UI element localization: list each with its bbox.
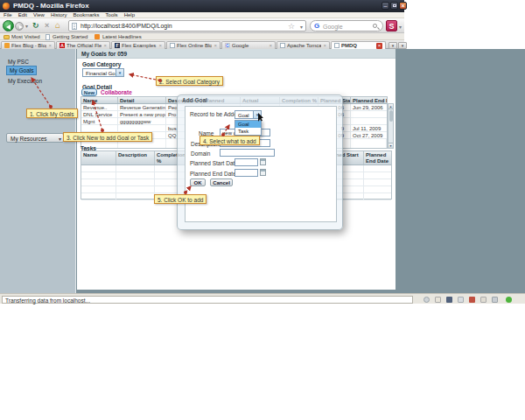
page-header: My Goals for 059 <box>77 49 396 59</box>
scribefire-extension-icon[interactable]: S <box>386 20 397 32</box>
navigation-toolbar: ▾ ↻ × ⌂ http://localhost:8400/PMDQ/Login… <box>0 18 404 33</box>
tab-close-icon[interactable]: × <box>48 43 52 48</box>
close-button[interactable]: × <box>399 2 407 10</box>
tab-google[interactable]: G Google × <box>221 41 276 49</box>
forward-button[interactable] <box>15 22 24 31</box>
tab-flex-examples[interactable]: F Flex Examples × <box>111 41 165 49</box>
tab-close-icon[interactable]: × <box>269 43 272 48</box>
extension-dropdown-icon[interactable]: ▾ <box>399 24 402 30</box>
list-all-tabs-button[interactable]: ▾ <box>398 42 407 49</box>
menu-history[interactable]: History <box>51 12 67 18</box>
statusbar-extension-icon[interactable] <box>446 297 452 303</box>
column-header[interactable]: Detail <box>118 97 166 103</box>
tab-close-icon[interactable]: × <box>376 43 382 49</box>
window-titlebar: PMDQ - Mozilla Firefox – × <box>0 0 404 12</box>
option-task[interactable]: Task <box>235 128 261 135</box>
sidebar-item-my-execution[interactable]: My Execution <box>8 78 42 84</box>
stop-button: × <box>45 21 49 31</box>
browser-content-area: My PSC My Goals My Execution My Resource… <box>0 49 525 293</box>
tab-bar: Flex Blog - Blog × A The Official Flex T… <box>0 40 404 49</box>
callout-select-goal-category: 2. Select Goal Category <box>156 76 223 86</box>
tab-close-icon[interactable]: × <box>103 43 107 48</box>
statusbar-extension-icon[interactable] <box>435 297 441 303</box>
bookmarks-toolbar: Most Visited Getting Started Latest Head… <box>0 33 404 40</box>
record-type-dropdown[interactable]: Goal ▾ <box>234 110 262 119</box>
menu-bookmarks[interactable]: Bookmarks <box>74 12 100 18</box>
bookmark-latest-headlines[interactable]: Latest Headlines <box>102 34 142 39</box>
calendar-icon[interactable] <box>260 158 266 165</box>
adobe-icon: A <box>60 43 65 48</box>
calendar-icon[interactable] <box>260 169 266 176</box>
history-dropdown-icon[interactable]: ▾ <box>25 24 28 29</box>
tab-flex-blog[interactable]: Flex Blog - Blog × <box>1 41 55 49</box>
column-header[interactable]: Name <box>81 97 118 103</box>
ok-button[interactable]: OK <box>190 178 206 186</box>
menu-edit[interactable]: Edit <box>18 12 27 18</box>
goal-category-dropdown[interactable]: Financial Goals ▾ <box>82 68 124 77</box>
callout-click-ok: 5. Click OK to add <box>154 194 206 204</box>
bookmark-getting-started[interactable]: Getting Started <box>52 34 88 39</box>
column-header[interactable]: Description <box>116 151 155 164</box>
my-resources-dropdown[interactable]: My Resources ▾ <box>6 133 64 143</box>
column-header[interactable]: Planned End Date <box>351 97 387 103</box>
url-text[interactable]: http://localhost:8400/PMDQ/Login <box>80 23 172 29</box>
tab-apache-tomcat[interactable]: Apache Tomcat/6.0... × <box>276 41 330 49</box>
table-scrollbar[interactable]: ▴ ▾ <box>388 103 394 149</box>
url-dropdown-icon[interactable]: ▾ <box>300 24 303 30</box>
statusbar-extension-icon[interactable] <box>469 297 475 303</box>
collaborate-link[interactable]: Collaborate <box>101 89 132 95</box>
tab-scroll-button[interactable]: ▾ <box>388 42 397 49</box>
menu-file[interactable]: File <box>4 12 12 18</box>
sidebar-item-my-psc[interactable]: My PSC <box>8 59 29 65</box>
menu-help[interactable]: Help <box>124 12 135 18</box>
menu-view[interactable]: View <box>33 12 45 18</box>
back-button[interactable] <box>3 20 14 32</box>
home-button[interactable]: ⌂ <box>55 20 60 30</box>
statusbar-extension-icon[interactable] <box>458 297 464 303</box>
column-header[interactable]: Name <box>81 151 116 164</box>
option-goal[interactable]: Goal <box>235 121 261 128</box>
site-favicon <box>72 23 77 30</box>
planned-end-field[interactable] <box>234 169 258 177</box>
page-icon <box>334 43 340 48</box>
search-box[interactable]: G Google <box>310 20 383 32</box>
new-button[interactable]: New <box>81 88 97 96</box>
tab-close-icon[interactable]: × <box>158 43 162 48</box>
search-input-text[interactable]: Google <box>323 24 343 30</box>
folder-icon <box>4 35 10 39</box>
dialog-title: Add Goal <box>182 97 207 103</box>
tab-pmdq-active[interactable]: PMDQ × <box>331 41 386 49</box>
app-sidebar: My PSC My Goals My Execution My Resource… <box>0 49 76 293</box>
callout-click-new: 3. Click New to add Goal or Task <box>63 132 152 142</box>
rss-icon <box>94 34 100 39</box>
scroll-up-icon[interactable]: ▴ <box>388 104 393 109</box>
url-bar[interactable]: http://localhost:8400/PMDQ/Login ☆ ▾ <box>68 20 306 32</box>
menu-tools[interactable]: Tools <box>106 12 118 18</box>
firefox-app-icon <box>3 3 10 10</box>
tab-official-flex[interactable]: A The Official Flex Te × <box>56 41 110 49</box>
bookmark-star-icon[interactable]: ☆ <box>288 22 295 31</box>
scroll-down-icon[interactable]: ▾ <box>388 143 393 148</box>
column-header[interactable]: Planned End Date <box>364 151 389 164</box>
statusbar-extension-icon[interactable] <box>424 297 430 303</box>
page-icon <box>170 43 175 48</box>
goal-category-label: Goal Category <box>82 61 121 67</box>
cancel-button[interactable]: Cancel <box>210 178 233 186</box>
minimize-button[interactable]: – <box>382 2 389 10</box>
domain-field[interactable] <box>220 149 275 157</box>
reload-button[interactable]: ↻ <box>32 21 39 31</box>
online-status-icon <box>506 297 512 303</box>
statusbar-extension-icon[interactable] <box>492 297 498 303</box>
planned-start-field[interactable] <box>234 158 258 166</box>
tab-close-icon[interactable]: × <box>323 43 326 48</box>
scrollbar-thumb[interactable] <box>389 110 394 122</box>
tab-flex-online-blogs[interactable]: Flex Online Blogs × <box>166 41 220 49</box>
status-bar: Transferring data from localhost... <box>0 293 525 304</box>
sidebar-item-my-goals[interactable]: My Goals <box>6 66 37 75</box>
google-logo-icon: G <box>314 22 319 30</box>
tab-close-icon[interactable]: × <box>214 43 217 48</box>
bookmark-most-visited[interactable]: Most Visited <box>11 34 40 39</box>
restore-button[interactable] <box>390 2 398 10</box>
statusbar-extension-icon[interactable] <box>480 297 486 303</box>
search-icon[interactable] <box>373 24 377 28</box>
